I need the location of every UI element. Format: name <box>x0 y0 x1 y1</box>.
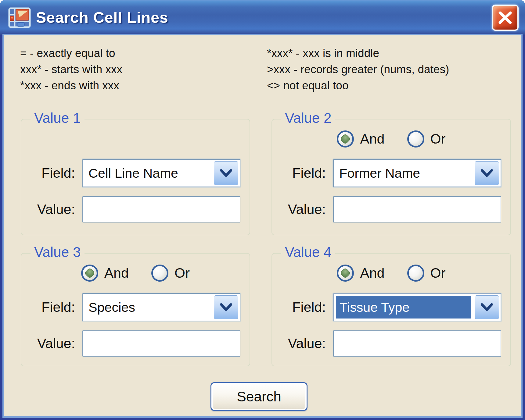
radio-dot <box>340 133 351 145</box>
field-dropdown-value: Species <box>83 294 212 321</box>
group-label: Value 2 <box>281 110 335 126</box>
and-label: And <box>360 265 384 281</box>
group-label: Value 1 <box>31 110 85 126</box>
field-dropdown[interactable]: Former Name <box>333 159 501 187</box>
and-radio-option[interactable]: And <box>81 265 129 282</box>
dropdown-button[interactable] <box>214 161 238 185</box>
field-dropdown[interactable]: Cell Line Name <box>82 159 240 187</box>
group-value-1: Value 1 Field: Cell Line Name Value: <box>21 119 250 235</box>
group-value-3: Value 3 And Or Field: Species <box>21 253 250 366</box>
field-row: Field: Cell Line Name <box>21 159 250 187</box>
help-line: >xxx - records greater (nums, dates) <box>267 61 449 77</box>
field-label: Field: <box>272 299 333 315</box>
logic-row: And Or <box>272 264 510 282</box>
help-line: <> not equal too <box>267 77 449 94</box>
value-input[interactable] <box>82 330 240 357</box>
group-value-2: Value 2 And Or Field: Former Name <box>271 119 511 235</box>
radio-dot <box>340 268 351 279</box>
or-radio-option[interactable]: Or <box>407 265 446 282</box>
value-row: Value: <box>21 196 250 222</box>
or-label: Or <box>430 131 446 147</box>
value-label: Value: <box>21 201 82 217</box>
close-button[interactable] <box>492 5 519 31</box>
search-cell-lines-window: Search Cell Lines = - exactly equal to x… <box>0 0 525 420</box>
value-row: Value: <box>272 196 510 222</box>
title-bar[interactable]: Search Cell Lines <box>0 0 525 35</box>
help-line: = - exactly equal to <box>20 45 122 61</box>
group-label: Value 3 <box>31 244 85 260</box>
group-label: Value 4 <box>281 244 335 260</box>
radio-button-or[interactable] <box>407 130 424 148</box>
and-radio-option[interactable]: And <box>337 130 384 148</box>
or-radio-option[interactable]: Or <box>151 265 190 282</box>
or-radio-option[interactable]: Or <box>407 130 446 148</box>
help-text-right: *xxx* - xxx is in middle >xxx - records … <box>267 45 449 94</box>
field-label: Field: <box>272 165 333 181</box>
chevron-down-icon <box>219 302 233 312</box>
field-row: Field: Tissue Type <box>272 293 510 321</box>
value-label: Value: <box>21 336 82 351</box>
search-button[interactable]: Search <box>210 382 307 411</box>
radio-button-or[interactable] <box>151 265 168 282</box>
radio-button-and[interactable] <box>337 130 354 148</box>
or-label: Or <box>174 265 190 281</box>
value-label: Value: <box>272 336 333 351</box>
logic-row: And Or <box>21 264 250 282</box>
field-label: Field: <box>21 165 82 181</box>
help-text-left: = - exactly equal to xxx* - starts with … <box>20 45 122 94</box>
dropdown-button[interactable] <box>214 295 238 319</box>
and-label: And <box>360 131 384 147</box>
value-input[interactable] <box>333 196 501 222</box>
chevron-down-icon <box>480 302 494 312</box>
radio-dot <box>84 268 95 279</box>
group-value-4: Value 4 And Or Field: Tissue Type <box>271 253 511 366</box>
field-label: Field: <box>21 299 82 315</box>
field-row: Field: Species <box>21 293 250 321</box>
chevron-down-icon <box>219 168 233 178</box>
value-label: Value: <box>272 201 333 217</box>
or-label: Or <box>430 265 446 281</box>
radio-button-and[interactable] <box>337 265 354 282</box>
dropdown-button[interactable] <box>475 295 499 319</box>
field-dropdown-value: Cell Line Name <box>83 160 212 187</box>
help-line: xxx* - starts with xxx <box>20 61 122 77</box>
radio-button-or[interactable] <box>407 265 424 282</box>
radio-button-and[interactable] <box>81 265 98 282</box>
and-label: And <box>104 265 129 281</box>
close-icon <box>498 11 512 24</box>
field-dropdown-value: Tissue Type <box>336 296 471 319</box>
help-line: *xxx - ends with xxx <box>20 77 122 94</box>
dropdown-button[interactable] <box>475 161 499 185</box>
value-input[interactable] <box>333 330 501 357</box>
value-input[interactable] <box>82 196 240 222</box>
value-row: Value: <box>21 330 250 357</box>
logic-row: And Or <box>272 130 510 148</box>
field-dropdown[interactable]: Species <box>82 293 240 321</box>
help-line: *xxx* - xxx is in middle <box>267 45 449 61</box>
field-dropdown[interactable]: Tissue Type <box>333 293 501 321</box>
field-dropdown-value: Former Name <box>334 160 473 187</box>
window-title: Search Cell Lines <box>36 9 168 27</box>
field-row: Field: Former Name <box>272 159 510 187</box>
and-radio-option[interactable]: And <box>337 265 384 282</box>
chevron-down-icon <box>480 168 494 178</box>
app-icon <box>8 7 31 28</box>
value-row: Value: <box>272 330 510 357</box>
